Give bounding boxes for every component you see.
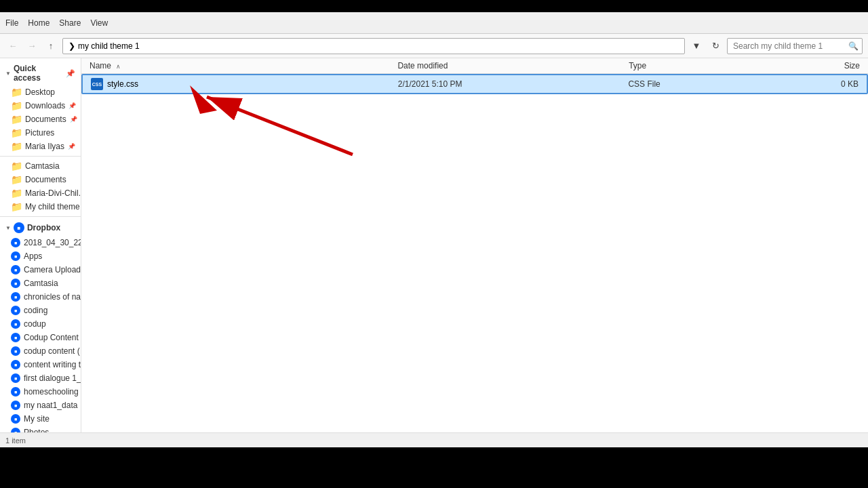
menu-home[interactable]: Home [28,18,50,28]
refresh-button[interactable]: ↻ [708,39,723,54]
file-list-header[interactable]: Name ∧ Date modified Type Size [81,58,868,74]
menu-share[interactable]: Share [59,18,81,28]
expand-icon: ▼ [5,225,11,231]
menu-bar[interactable]: File Home Share View [5,18,108,28]
main-area: ▼ Quick access 📌 📁 Desktop 📁 Downloads 📌… [0,58,868,432]
sidebar-item-label: My site [24,414,50,424]
sidebar-item-label: content writing t [24,360,81,369]
pin-icon: 📌 [68,143,75,150]
breadcrumb[interactable]: ❯ my child theme 1 [62,38,685,54]
sidebar-item-label: my naat1_data [24,401,77,410]
sidebar-item-dropbox-7[interactable]: ■ Codup Content [0,331,81,344]
breadcrumb-root[interactable]: my child theme 1 [78,41,140,51]
sidebar-item-dropbox-0[interactable]: ■ 2018_04_30_22_5 [0,236,81,249]
sidebar-item-dropbox-5[interactable]: ■ coding [0,304,81,317]
sort-arrow: ∧ [116,63,121,70]
sidebar-item-label: 2018_04_30_22_5 [24,238,81,247]
file-list: Name ∧ Date modified Type Size CSS style… [81,58,868,432]
file-size-cell: 0 KB [782,79,859,89]
col-header-date[interactable]: Date modified [397,61,629,70]
sidebar-item-maria-ilyas[interactable]: 📁 Maria Ilyas 📌 [0,140,81,153]
dropbox-item-icon: ■ [11,333,20,342]
file-row-style-css[interactable]: CSS style.css 2/1/2021 5:10 PM CSS File … [81,74,868,94]
sidebar-item-label: Codup Content [24,333,79,342]
dropbox-item-icon: ■ [11,292,20,302]
pin-icon: 📌 [66,69,75,78]
col-header-name[interactable]: Name ∧ [90,61,397,70]
sidebar-item-dropbox-2[interactable]: ■ Camera Uploads [0,263,81,277]
dropbox-item-icon: ■ [11,265,20,274]
folder-icon: 📁 [11,128,22,138]
sidebar-item-label: Maria-Divi-Chil... [25,188,81,198]
forward-button[interactable]: → [24,39,39,54]
sidebar-item-camtasia[interactable]: 📁 Camtasia [0,159,81,173]
sidebar-item-dropbox-10[interactable]: ■ first dialogue 1_c [0,371,81,385]
sidebar-item-label: codup content ( [24,346,80,356]
sidebar-item-dropbox-6[interactable]: ■ codup [0,317,81,331]
title-bar: File Home Share View [0,12,868,34]
dropbox-item-icon: ■ [11,373,20,383]
folder-icon: 📁 [11,175,22,184]
sidebar-item-label: Photos [24,428,49,432]
sidebar-item-label: Camera Uploads [24,265,81,274]
sidebar-item-label: Documents [25,115,66,124]
expand-icon: ▼ [5,70,11,77]
sidebar-item-dropbox-1[interactable]: ■ Apps [0,249,81,263]
up-button[interactable]: ↑ [43,39,58,54]
search-input[interactable] [727,38,863,54]
sidebar-item-label: chronicles of na... [24,292,81,302]
sidebar-item-documents[interactable]: 📁 Documents 📌 [0,113,81,126]
dropbox-item-icon: ■ [11,387,20,396]
sidebar-item-dropbox-3[interactable]: ■ Camtasia [0,277,81,290]
sidebar-item-label: Pictures [25,128,54,138]
menu-file[interactable]: File [5,18,18,28]
sidebar-item-desktop[interactable]: 📁 Desktop [0,85,81,99]
sidebar-item-label: My child theme [25,202,80,211]
status-bar: 1 item [0,432,868,447]
sidebar-item-dropbox-homeschooling[interactable]: ■ homeschooling [0,385,81,399]
back-button[interactable]: ← [5,39,20,54]
col-header-type[interactable]: Type [629,61,783,70]
sidebar-item-label: first dialogue 1_c [24,373,81,383]
dropbox-icon: ■ [14,222,24,233]
folder-icon: 📁 [11,202,22,211]
file-name-cell: CSS style.css [91,78,398,90]
sidebar-item-dropbox-8[interactable]: ■ codup content ( [0,344,81,358]
file-type-cell: CSS File [628,79,781,89]
sidebar-item-maria-divi[interactable]: 📁 Maria-Divi-Chil... [0,186,81,200]
menu-view[interactable]: View [90,18,108,28]
sidebar-item-label: Desktop [25,87,55,97]
sidebar-item-documents2[interactable]: 📁 Documents [0,173,81,186]
folder-icon: 📁 [11,161,22,171]
dropbox-item-icon: ■ [11,414,20,424]
sidebar-item-dropbox-4[interactable]: ■ chronicles of na... [0,290,81,304]
dropbox-item-icon: ■ [11,360,20,369]
sidebar-item-pictures[interactable]: 📁 Pictures [0,126,81,140]
pin-icon: 📌 [68,102,76,109]
sidebar-divider2 [0,216,81,217]
dropbox-item-icon: ■ [11,251,20,261]
folder-icon: 📁 [11,115,22,124]
quick-access-label: Quick access [14,64,63,83]
sidebar-item-dropbox-13[interactable]: ■ My site [0,412,81,426]
sidebar-item-dropbox-12[interactable]: ■ my naat1_data [0,399,81,412]
sidebar-item-downloads[interactable]: 📁 Downloads 📌 [0,99,81,113]
sidebar-item-label: Maria Ilyas [25,142,64,151]
sidebar-dropbox-header[interactable]: ▼ ■ Dropbox [0,220,81,236]
col-header-size[interactable]: Size [783,61,860,70]
sidebar-item-label: homeschooling [24,387,79,396]
sidebar-quick-access-header[interactable]: ▼ Quick access 📌 [0,61,81,85]
sidebar-item-dropbox-9[interactable]: ■ content writing t [0,358,81,371]
sidebar-item-my-child-theme[interactable]: 📁 My child theme [0,200,81,214]
dropbox-item-icon: ■ [11,306,20,315]
sidebar-item-label: Documents [25,175,66,184]
status-text: 1 item [5,436,26,445]
dropbox-item-icon: ■ [11,401,20,410]
file-name-label: style.css [107,79,138,89]
search-icon: 🔍 [848,41,859,51]
dropdown-button[interactable]: ▼ [689,39,704,54]
sidebar-item-dropbox-14[interactable]: ■ Photos [0,426,81,432]
sidebar-item-label: coding [24,306,47,315]
dropbox-item-icon: ■ [11,279,20,288]
breadcrumb-chevron: ❯ [68,41,75,51]
